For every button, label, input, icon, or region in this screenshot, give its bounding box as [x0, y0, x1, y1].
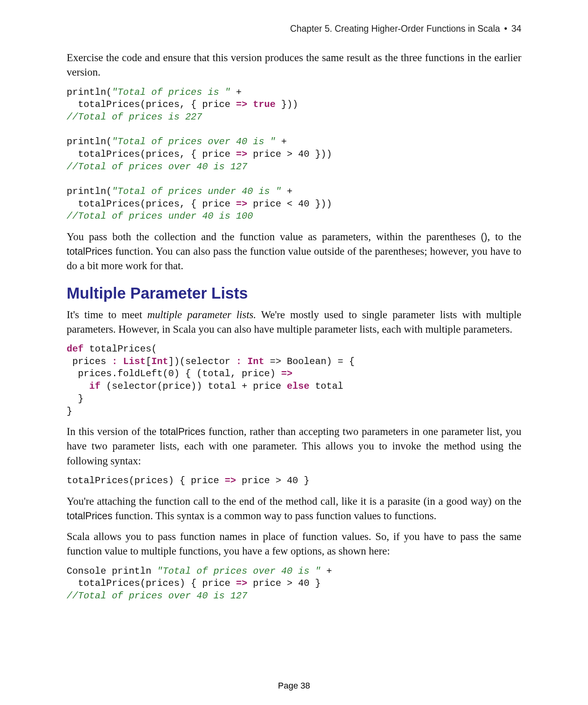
- paragraph-6: Scala allows you to pass function names …: [67, 529, 521, 559]
- inline-code-parens: (): [481, 231, 487, 242]
- bullet-separator: •: [504, 24, 507, 34]
- code-block-3: totalPrices(prices) { price => price > 4…: [67, 475, 521, 487]
- term-multiple-parameter-lists: multiple parameter lists.: [147, 309, 256, 321]
- paragraph-3: It's time to meet multiple parameter lis…: [67, 308, 521, 337]
- paragraph-5: You're attaching the function call to th…: [67, 494, 521, 524]
- inline-code-totalprices: totalPrices: [67, 246, 113, 257]
- code-block-2: def totalPrices( prices : List[Int])(sel…: [67, 343, 521, 417]
- page-footer: Page 38: [0, 681, 588, 691]
- page: Chapter 5. Creating Higher-Order Functio…: [0, 0, 588, 705]
- paragraph-2: You pass both the collection and the fun…: [67, 230, 521, 274]
- page-header: Chapter 5. Creating Higher-Order Functio…: [67, 24, 521, 34]
- header-page-number: 34: [511, 24, 521, 34]
- inline-code-totalprices-2: totalPrices: [160, 426, 205, 437]
- paragraph-1: Exercise the code and ensure that this v…: [67, 51, 521, 80]
- section-heading: Multiple Parameter Lists: [67, 285, 521, 302]
- code-block-4: Console println "Total of prices over 40…: [67, 565, 521, 602]
- code-block-1: println("Total of prices is " + totalPri…: [67, 86, 521, 223]
- paragraph-4: In this version of the totalPrices funct…: [67, 424, 521, 468]
- chapter-title: Chapter 5. Creating Higher-Order Functio…: [290, 24, 500, 34]
- inline-code-totalprices-3: totalPrices: [67, 510, 113, 521]
